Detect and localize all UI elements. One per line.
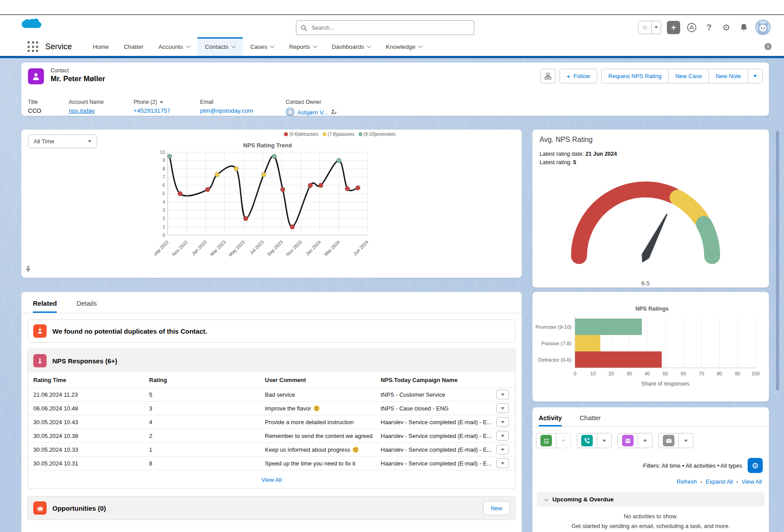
filters-gear-icon[interactable]: ⚙ <box>748 458 763 473</box>
follow-button[interactable]: + Follow <box>559 69 597 83</box>
svg-text:Sep 2023: Sep 2023 <box>266 239 284 257</box>
cell-text: 30.05.2024 10.31 <box>33 460 78 467</box>
rating-time-cell[interactable]: 21.06.2024 11.23 <box>28 391 144 398</box>
request-nps-rating-button[interactable]: Request NPS Rating <box>601 69 669 83</box>
nps-responses-header[interactable]: NPS Responses (6+) <box>28 349 515 372</box>
chevron-down-icon <box>270 43 275 48</box>
rating-time-cell[interactable]: 30.05.2024 10.31 <box>28 460 144 467</box>
cell-text: Provide a more detailed instruction <box>265 419 354 426</box>
email-dropdown[interactable] <box>679 433 693 448</box>
email-button[interactable] <box>658 433 679 448</box>
new-case-button[interactable]: New Case <box>668 69 709 83</box>
column-header[interactable]: Rating <box>144 377 260 383</box>
field-contact-owner: Contact OwnerAsbjørn V... <box>286 99 337 118</box>
favorites-button[interactable]: ☆ <box>638 21 661 34</box>
nav-tab-knowledge[interactable]: Knowledge <box>378 37 429 56</box>
gauge-title: Avg. NPS Rating <box>540 136 593 144</box>
activity-tabs: Activity Chatter <box>532 407 769 427</box>
more-actions-dropdown[interactable] <box>748 69 763 83</box>
new-event-button[interactable] <box>618 433 638 448</box>
event-dropdown[interactable] <box>638 433 653 448</box>
nav-tab-cases[interactable]: Cases <box>243 37 281 56</box>
svg-text:20: 20 <box>608 371 614 376</box>
rating-time-cell[interactable]: 30.05.2024 10.38 <box>28 433 144 439</box>
search-input[interactable] <box>311 24 469 32</box>
contact-highlights-panel: Contact Mr. Peter Møller + Follow Reques… <box>21 63 769 116</box>
opportunities-header[interactable]: Opportunities (0) New <box>28 497 515 520</box>
help-button[interactable]: ? <box>703 22 715 33</box>
nav-tab-contacts[interactable]: Contacts <box>197 37 243 56</box>
legend-dot-icon <box>323 132 327 136</box>
field-value-link[interactable]: +4529131757 <box>134 107 170 114</box>
global-actions-button[interactable]: + <box>667 21 680 34</box>
nav-tab-dashboards[interactable]: Dashboards <box>324 37 378 56</box>
column-header[interactable]: User Comment <box>260 377 375 383</box>
rating-time-cell[interactable]: 30.05.2024 10.33 <box>28 446 144 453</box>
nps-responses-title: NPS Responses (6+) <box>52 357 117 365</box>
guidance-center-button[interactable] <box>686 22 697 33</box>
info-icon[interactable]: i <box>764 43 772 50</box>
field-value-link[interactable]: nps.today <box>69 107 95 114</box>
pin-icon[interactable] <box>25 266 32 274</box>
column-header[interactable]: Rating Time <box>28 377 144 383</box>
cell-text: Haarslev - Service completed (E-mail) - … <box>381 433 492 439</box>
nav-tab-chatter[interactable]: Chatter <box>116 37 151 56</box>
change-owner-icon[interactable] <box>331 109 337 117</box>
tab-related[interactable]: Related <box>33 299 57 313</box>
row-actions-dropdown[interactable] <box>496 431 509 441</box>
app-launcher-icon[interactable] <box>28 41 39 53</box>
nav-tab-reports[interactable]: Reports <box>281 37 324 56</box>
tab-details[interactable]: Details <box>76 299 97 313</box>
table-row: 30.05.2024 10.331Keep us informed about … <box>28 442 515 456</box>
activity-panel: Activity Chatter <box>532 407 769 532</box>
new-event-group <box>618 433 653 448</box>
tab-activity[interactable]: Activity <box>539 414 562 426</box>
upcoming-overdue-section[interactable]: Upcoming & Overdue <box>537 492 764 507</box>
nps-gauge-chart: 6.5 <box>532 156 769 288</box>
row-actions-dropdown[interactable] <box>496 403 509 413</box>
tab-chatter[interactable]: Chatter <box>579 414 601 426</box>
svg-text:7: 7 <box>162 174 165 180</box>
follow-label: Follow <box>573 73 590 79</box>
setup-gear-button[interactable]: ⚙ <box>721 22 732 33</box>
row-actions-dropdown[interactable] <box>496 445 509 454</box>
view-all-link[interactable]: View All <box>261 477 281 483</box>
chevron-down-icon[interactable] <box>160 101 163 103</box>
nav-tab-home[interactable]: Home <box>85 37 116 56</box>
log-call-button[interactable] <box>577 433 597 448</box>
svg-text:Promoter (9-10): Promoter (9-10) <box>536 324 571 330</box>
rating-time-cell[interactable]: 06.06.2024 10.48 <box>28 405 144 412</box>
refresh-link[interactable]: Refresh <box>677 478 697 485</box>
nps-responses-table: Rating TimeRatingUser CommentNPS.Today C… <box>28 372 515 470</box>
raised-eyebrow-emoji-icon <box>352 446 359 453</box>
view-all-link[interactable]: View All <box>742 478 762 485</box>
field-value-link[interactable]: ptm@npstoday.com <box>200 107 253 114</box>
row-actions-dropdown[interactable] <box>496 390 509 399</box>
notifications-bell-button[interactable] <box>738 22 749 33</box>
user-avatar-button[interactable] <box>755 20 771 35</box>
new-opportunity-button[interactable]: New <box>483 501 510 515</box>
owner-link[interactable]: Asbjørn V... <box>297 109 328 116</box>
svg-text:Share of responses: Share of responses <box>641 381 689 387</box>
expand-all-link[interactable]: Expand All <box>705 478 733 485</box>
favorites-dropdown[interactable] <box>652 21 661 34</box>
field-label-text: Email <box>200 99 213 105</box>
svg-text:Passive (7-8): Passive (7-8) <box>541 341 571 346</box>
time-range-select[interactable]: All Time <box>28 134 97 148</box>
column-header[interactable]: NPS.Today Campaign Name <box>375 377 515 383</box>
global-search[interactable] <box>296 20 474 35</box>
field-value: ptm@npstoday.com <box>200 107 253 114</box>
svg-text:90: 90 <box>735 371 740 376</box>
new-task-button[interactable] <box>536 433 556 448</box>
new-note-button[interactable]: New Note <box>709 69 748 83</box>
view-hierarchy-button[interactable] <box>540 69 555 83</box>
log-call-dropdown[interactable] <box>597 433 612 448</box>
row-actions-dropdown[interactable] <box>496 417 509 427</box>
star-icon[interactable]: ☆ <box>638 21 652 34</box>
nav-tab-accounts[interactable]: Accounts <box>151 37 197 56</box>
field-email: Emailptm@npstoday.com <box>200 99 253 114</box>
row-actions-dropdown[interactable] <box>496 458 509 468</box>
rating-time-cell[interactable]: 30.05.2024 10.43 <box>28 419 144 426</box>
field-value: CCO <box>28 107 41 114</box>
scrollbar-thumb[interactable] <box>776 131 779 390</box>
